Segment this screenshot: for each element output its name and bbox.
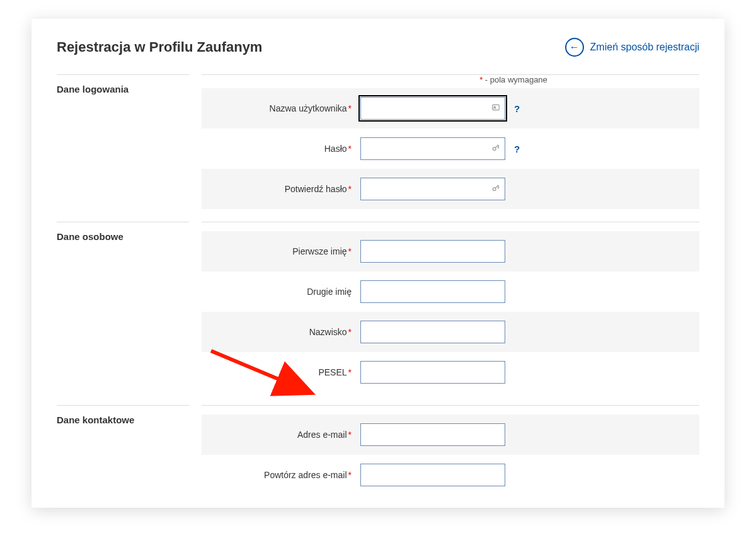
- middle-name-label: Drugie imię: [209, 287, 360, 297]
- arrow-left-icon: ←: [565, 38, 584, 57]
- row-password: Hasło* ?: [202, 129, 699, 169]
- last-name-label: Nazwisko*: [209, 327, 360, 337]
- row-first-name: Pierwsze imię*: [202, 231, 699, 272]
- page-title: Rejestracja w Profilu Zaufanym: [57, 39, 262, 55]
- row-username: Nazwa użytkownika* ?: [202, 88, 699, 129]
- first-name-label: Pierwsze imię*: [209, 246, 360, 256]
- first-name-input[interactable]: [360, 240, 505, 263]
- section-personal-title: Dane osobowe: [57, 231, 189, 242]
- password-help-icon[interactable]: ?: [514, 144, 520, 154]
- password-label: Hasło*: [209, 144, 360, 154]
- email-repeat-label: Powtórz adres e-mail*: [209, 470, 360, 480]
- pesel-label: PESEL*: [209, 367, 360, 377]
- confirm-password-input[interactable]: [360, 178, 505, 200]
- change-registration-label: Zmień sposób rejestracji: [590, 42, 699, 53]
- email-input[interactable]: [360, 423, 505, 446]
- row-email: Adres e-mail*: [202, 414, 699, 455]
- middle-name-input[interactable]: [360, 280, 505, 303]
- row-email-repeat: Powtórz adres e-mail*: [202, 455, 699, 495]
- required-text: - pola wymagane: [483, 75, 547, 84]
- section-contact: Dane kontaktowe Adres e-mail* Powtórz ad…: [57, 405, 699, 495]
- confirm-password-label: Potwierdź hasło*: [209, 184, 360, 194]
- header-row: Rejestracja w Profilu Zaufanym ← Zmień s…: [57, 38, 699, 57]
- row-pesel: PESEL*: [202, 352, 699, 392]
- pesel-input[interactable]: [360, 361, 505, 384]
- email-repeat-input[interactable]: [360, 464, 505, 486]
- section-login-title: Dane logowania: [57, 84, 189, 94]
- username-input[interactable]: [360, 97, 505, 120]
- row-middle-name: Drugie imię: [202, 272, 699, 312]
- row-last-name: Nazwisko*: [202, 312, 699, 352]
- last-name-input[interactable]: [360, 321, 505, 343]
- required-fields-note: * - pola wymagane: [202, 75, 699, 84]
- section-contact-title: Dane kontaktowe: [57, 414, 189, 425]
- registration-form-card: Rejestracja w Profilu Zaufanym ← Zmień s…: [32, 19, 724, 508]
- email-label: Adres e-mail*: [209, 430, 360, 440]
- change-registration-link[interactable]: ← Zmień sposób rejestracji: [565, 38, 699, 57]
- password-input[interactable]: [360, 137, 505, 160]
- section-login: Dane logowania * - pola wymagane Nazwa u…: [57, 74, 699, 209]
- row-confirm-password: Potwierdź hasło*: [202, 169, 699, 209]
- username-help-icon[interactable]: ?: [514, 103, 520, 114]
- username-label: Nazwa użytkownika*: [209, 103, 360, 113]
- section-personal: Dane osobowe Pierwsze imię* Drugie imię …: [57, 222, 699, 392]
